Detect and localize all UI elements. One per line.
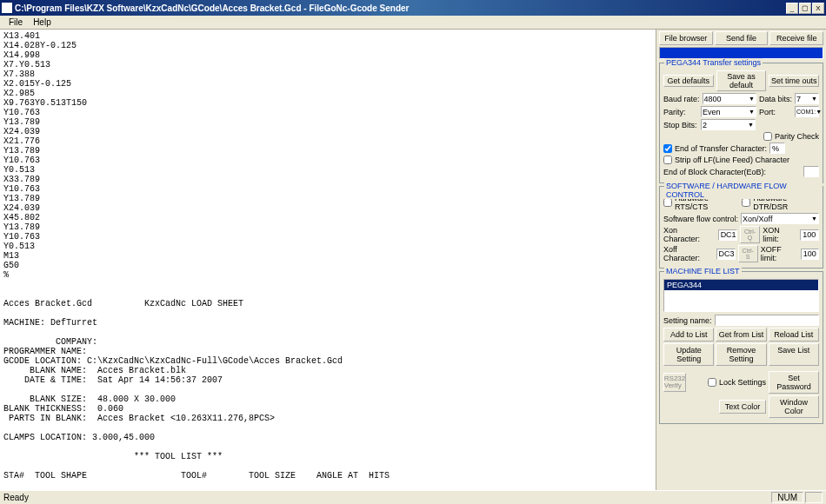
gcode-text-pane[interactable]: X13.401 X14.028Y-0.125 X14.998 X7.Y0.513…: [0, 30, 656, 490]
status-num-indicator: NUM: [771, 492, 803, 503]
text-color-button[interactable]: Text Color: [719, 400, 766, 414]
port-select[interactable]: COM1:▼: [795, 106, 819, 117]
window-color-button[interactable]: Window Color: [769, 395, 819, 418]
status-bar: Ready NUM: [0, 490, 826, 504]
databits-select[interactable]: 7▼: [795, 93, 819, 104]
menu-help[interactable]: Help: [28, 17, 57, 28]
xon-limit-field[interactable]: 100: [800, 229, 819, 241]
eob-field[interactable]: [803, 166, 819, 177]
ctrl-q-button[interactable]: Ctrl-Q: [740, 226, 761, 243]
status-cell-empty: [805, 492, 823, 503]
parity-check-checkbox[interactable]: Parity Check: [763, 132, 819, 141]
xoff-limit-label: XOFF limit:: [761, 245, 798, 262]
baud-label: Baud rate:: [663, 95, 700, 103]
xon-limit-label: XON limit:: [763, 226, 797, 243]
stopbits-label: Stop Bits:: [663, 121, 698, 129]
close-button[interactable]: X: [812, 3, 824, 14]
receive-file-button[interactable]: Receive file: [769, 31, 823, 45]
save-list-button[interactable]: Save List: [769, 343, 819, 366]
reload-list-button[interactable]: Reload List: [769, 328, 819, 342]
side-panel: File browser Send file Receive file PEGA…: [656, 30, 826, 490]
machine-file-list-panel: MACHINE FILE LIST PEGA344 Setting name: …: [659, 271, 823, 424]
setting-name-label: Setting name:: [663, 316, 712, 325]
xoff-limit-field[interactable]: 100: [801, 249, 819, 260]
transfer-settings-panel: PEGA344 Transfer settings Get defaults S…: [659, 63, 823, 183]
ctrl-s-button[interactable]: Ctrl-S: [738, 245, 758, 262]
get-from-list-button[interactable]: Get from List: [716, 328, 766, 342]
parity-label: Parity:: [663, 108, 698, 116]
sw-flow-label: Software flow control:: [663, 215, 738, 223]
app-icon: [2, 3, 12, 13]
send-file-button[interactable]: Send file: [715, 31, 769, 45]
title-bar: C:\Program Files\KZX Software\KzxCadNc\G…: [0, 0, 826, 16]
xoff-char-label: Xoff Character:: [663, 245, 714, 262]
stopbits-select[interactable]: 2▼: [701, 119, 756, 130]
filelist-panel-title: MACHINE FILE LIST: [664, 267, 742, 275]
eot-checkbox[interactable]: End of Transfer Character:: [663, 144, 767, 153]
machine-file-listbox[interactable]: PEGA344: [663, 279, 819, 312]
eot-field[interactable]: %: [769, 143, 785, 154]
add-to-list-button[interactable]: Add to List: [663, 328, 714, 342]
xon-char-field[interactable]: DC1: [718, 229, 737, 241]
setting-name-field[interactable]: [715, 315, 819, 326]
lock-settings-checkbox[interactable]: Lock Settings: [708, 378, 766, 387]
set-timeouts-button[interactable]: Set time outs: [769, 75, 819, 87]
window-title: C:\Program Files\KZX Software\KzxCadNc\G…: [15, 3, 785, 13]
get-defaults-button[interactable]: Get defaults: [663, 75, 714, 87]
rs232-verify-icon[interactable]: RS232 Verify: [663, 373, 686, 392]
eob-label: End of Block Character(EoB):: [663, 168, 801, 176]
baud-select[interactable]: 4800▼: [703, 93, 756, 104]
update-setting-button[interactable]: Update Setting: [663, 343, 714, 366]
status-ready: Ready: [3, 493, 29, 502]
port-label: Port:: [759, 108, 792, 116]
strip-lf-checkbox[interactable]: Strip off LF(Line Feed) Character: [663, 156, 789, 164]
maximize-button[interactable]: ▢: [799, 3, 811, 14]
parity-select[interactable]: Even▼: [701, 106, 756, 117]
xoff-char-field[interactable]: DC3: [716, 249, 736, 260]
remove-setting-button[interactable]: Remove Setting: [716, 343, 766, 366]
menu-bar: File Help: [0, 16, 826, 30]
xon-char-label: Xon Character:: [663, 226, 716, 243]
flow-panel-title: SOFTWARE / HARDWARE FLOW CONTROL: [664, 182, 823, 199]
list-item[interactable]: PEGA344: [664, 280, 818, 290]
databits-label: Data bits:: [759, 95, 792, 103]
menu-file[interactable]: File: [3, 17, 28, 28]
transfer-panel-title: PEGA344 Transfer settings: [664, 58, 763, 67]
progress-bar: [659, 47, 823, 59]
set-password-button[interactable]: Set Password: [769, 371, 819, 394]
main-area: X13.401 X14.028Y-0.125 X14.998 X7.Y0.513…: [0, 30, 826, 490]
sw-flow-select[interactable]: Xon/Xoff▼: [741, 213, 819, 224]
save-default-button[interactable]: Save as default: [716, 70, 767, 91]
flow-control-panel: SOFTWARE / HARDWARE FLOW CONTROL Hardwar…: [659, 186, 823, 269]
minimize-button[interactable]: _: [786, 3, 798, 14]
file-browser-button[interactable]: File browser: [659, 31, 713, 45]
